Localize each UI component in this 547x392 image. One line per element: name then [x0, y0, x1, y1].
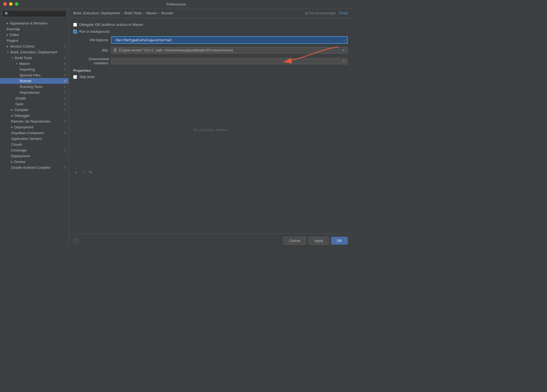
sidebar-item-repositories[interactable]: Repositories ⊞ — [0, 90, 69, 95]
sidebar-item-deployment2[interactable]: Deployment — [0, 153, 69, 159]
env-vars-row: Environment variables: ☰ — [73, 57, 348, 65]
sidebar-item-keymap[interactable]: Keymap — [0, 26, 69, 32]
edit-property-button[interactable]: ✎ — [87, 169, 94, 176]
sidebar-item-remote-jar-repositories[interactable]: Remote Jar Repositories ⊞ — [0, 118, 69, 124]
properties-section-title: Properties — [73, 68, 348, 73]
sidebar-item-label: Editor — [10, 33, 19, 37]
sidebar-item-label: Runner — [20, 79, 32, 83]
expand-arrow: ▶ — [11, 160, 13, 163]
help-button[interactable]: ? — [73, 238, 79, 244]
expand-arrow: ▶ — [11, 114, 13, 117]
delegate-checkbox[interactable] — [73, 23, 77, 27]
sidebar-item-running-tests[interactable]: Running Tests ⊞ — [0, 84, 69, 90]
content-panel: Build, Execution, Deployment › Build Too… — [69, 8, 352, 247]
maximize-button[interactable] — [15, 2, 18, 6]
sidebar-item-label: Deployment — [11, 154, 30, 158]
sidebar-item-gradle[interactable]: Gradle ⊞ — [0, 95, 69, 101]
sidebar-item-gant[interactable]: Gant ⊞ — [0, 101, 69, 107]
expand-arrow: ▶ — [11, 108, 13, 111]
sidebar-item-runner[interactable]: Runner ⊞ — [0, 78, 69, 84]
chevron-down-icon: ▼ — [342, 48, 345, 52]
sidebar-item-build-tools[interactable]: ▼ Build Tools ⊞ — [0, 55, 69, 61]
settings-icon: ⊞ — [64, 102, 66, 106]
cancel-button[interactable]: Cancel — [283, 237, 306, 245]
sidebar-item-compiler[interactable]: ▶ Compiler ⊞ — [0, 107, 69, 113]
sidebar-item-label: Debugger — [14, 114, 30, 118]
sidebar-item-ignored-files[interactable]: Ignored Files ⊞ — [0, 72, 69, 78]
settings-icon: ⊞ — [64, 96, 66, 100]
sidebar-item-version-control[interactable]: ▶ Version Control ⊞ — [0, 43, 69, 49]
apply-button[interactable]: Apply — [308, 237, 329, 245]
sidebar-item-deployment[interactable]: ▶ Deployment — [0, 124, 69, 130]
close-button[interactable] — [3, 2, 7, 6]
env-vars-input[interactable]: ☰ — [111, 58, 348, 64]
sidebar-item-application-servers[interactable]: Application Servers — [0, 136, 69, 142]
vm-options-label: VM Options: — [73, 38, 109, 42]
sidebar-item-importing[interactable]: Importing ⊞ — [0, 67, 69, 72]
settings-icon: ⊞ — [64, 73, 66, 77]
sidebar-item-label: Repositories — [20, 90, 40, 95]
search-input[interactable] — [10, 12, 64, 16]
env-expand-icon[interactable]: ☰ — [343, 59, 345, 63]
run-background-checkbox-row: Run in background — [73, 29, 348, 34]
breadcrumb-item-build: Build, Execution, Deployment — [73, 11, 120, 15]
add-property-button[interactable]: + — [73, 169, 79, 176]
minimize-button[interactable] — [9, 2, 13, 6]
jre-icon: 🗄 — [114, 48, 117, 52]
expand-arrow: ▼ — [11, 56, 14, 59]
settings-icon: ⊞ — [64, 56, 66, 60]
settings-icon: ⊞ — [64, 166, 66, 169]
settings-icon: ⊞ — [64, 91, 66, 94]
sidebar-item-gradle-android-compiler[interactable]: Gradle-Android Compiler ⊞ — [0, 165, 69, 170]
no-properties-text: No properties defined — [193, 128, 228, 132]
main-container: 🔍 ▶ Appearance & Behavior Keymap ▶ Edito… — [0, 8, 352, 247]
jre-label: JRE: — [73, 48, 109, 53]
window-title: Preferences — [166, 2, 186, 6]
vm-options-wrapper: ⤢ — [111, 36, 348, 44]
settings-icon: ⊞ — [64, 62, 66, 65]
properties-area: No properties defined + − ✎ — [73, 82, 348, 178]
expand-arrow: ▼ — [7, 51, 9, 54]
ok-button[interactable]: OK — [331, 237, 348, 245]
expand-arrow: ▼ — [15, 62, 18, 65]
sidebar-item-label: Deployment — [14, 125, 33, 129]
sidebar-item-coverage[interactable]: Coverage ⊞ — [0, 147, 69, 153]
reset-link[interactable]: Reset — [339, 11, 348, 15]
sidebar-item-label: Coverage — [11, 148, 26, 152]
sidebar-item-arquillian-containers[interactable]: Arquillian Containers ⊞ — [0, 130, 69, 136]
jre-select[interactable]: 🗄 13 (java version "13.0.1", path: /User… — [111, 47, 348, 54]
sidebar-item-plugins[interactable]: Plugins — [0, 38, 69, 43]
settings-icon: ⊞ — [64, 45, 66, 48]
sidebar-item-maven[interactable]: ▼ Maven ⊞ — [0, 61, 69, 67]
run-background-label: Run in background — [79, 29, 109, 34]
skip-tests-row: Skip tests — [73, 75, 348, 79]
sidebar-item-label: Gradle — [15, 96, 26, 100]
vm-expand-button[interactable]: ⤢ — [344, 38, 347, 42]
sidebar-item-label: Running Tests — [20, 85, 42, 89]
skip-tests-checkbox[interactable] — [73, 75, 77, 79]
delegate-checkbox-row: Delegate IDE build/run actions to Maven — [73, 23, 348, 27]
sidebar-item-editor[interactable]: ▶ Editor — [0, 32, 69, 38]
sidebar: 🔍 ▶ Appearance & Behavior Keymap ▶ Edito… — [0, 8, 69, 247]
vm-options-input[interactable] — [111, 36, 348, 44]
sidebar-item-label: Application Servers — [11, 137, 42, 141]
run-background-checkbox[interactable] — [73, 30, 77, 34]
remove-property-button[interactable]: − — [80, 169, 86, 176]
search-box[interactable]: 🔍 — [2, 10, 66, 17]
sidebar-item-label: Plugins — [7, 38, 18, 43]
sidebar-item-label: Docker — [14, 160, 26, 164]
sidebar-tree: ▶ Appearance & Behavior Keymap ▶ Editor … — [0, 19, 69, 247]
sidebar-item-debugger[interactable]: ▶ Debugger — [0, 113, 69, 118]
settings-icon: ⊞ — [64, 120, 66, 123]
settings-icon: ⊞ — [64, 108, 66, 112]
sidebar-item-build-execution-deployment[interactable]: ▼ Build, Execution, Deployment — [0, 49, 69, 55]
title-bar: Preferences — [0, 0, 352, 8]
breadcrumb-item-build-tools: Build Tools — [124, 11, 142, 15]
bottom-bar: ? Cancel Apply OK — [69, 234, 352, 247]
env-vars-label: Environment variables: — [73, 57, 109, 65]
sidebar-item-docker[interactable]: ▶ Docker — [0, 159, 69, 165]
sidebar-item-clouds[interactable]: Clouds — [0, 142, 69, 147]
sidebar-item-appearance-behavior[interactable]: ▶ Appearance & Behavior — [0, 20, 69, 26]
skip-tests-label: Skip tests — [79, 75, 95, 79]
settings-icon: ⊞ — [64, 85, 66, 89]
